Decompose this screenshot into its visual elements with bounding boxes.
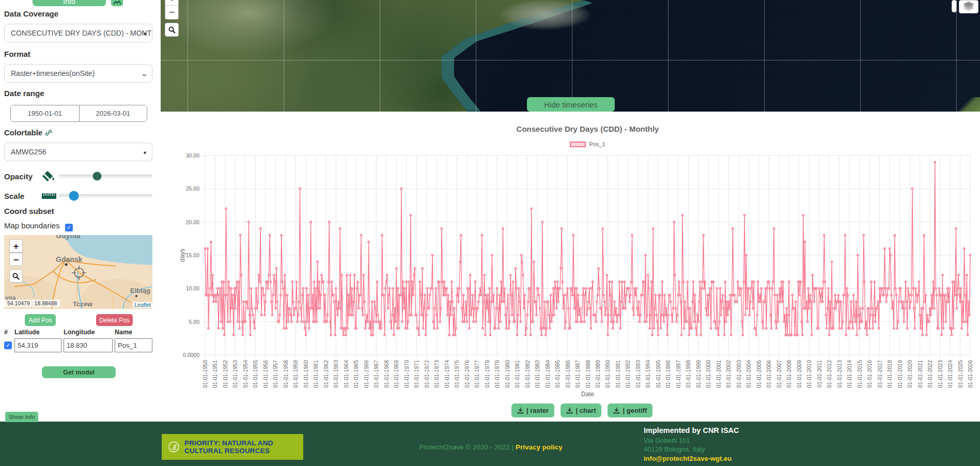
svg-text:01-01-2013: 01-01-2013 <box>836 360 843 388</box>
svg-text:01-01-1954: 01-01-1954 <box>242 360 248 388</box>
date-to-input[interactable] <box>79 105 147 121</box>
privacy-policy-link[interactable]: Privacy policy <box>516 443 563 451</box>
map-land-tip <box>950 97 980 112</box>
minimap-search-button[interactable] <box>9 269 23 283</box>
svg-text:25.00: 25.00 <box>186 185 199 192</box>
svg-text:01-01-2000: 01-01-2000 <box>705 360 711 388</box>
svg-text:01-01-1974: 01-01-1974 <box>444 360 450 388</box>
footer-copyright: Protecht2save © 2020 - 2022 | Privacy po… <box>310 443 672 451</box>
map-layers-control[interactable] <box>959 0 978 13</box>
footer: PRIORITY: NATURAL AND CULTURAL RESOURCES… <box>0 422 980 466</box>
name-input[interactable] <box>115 338 152 352</box>
opacity-slider-thumb[interactable] <box>93 172 102 181</box>
svg-text:01-01-1987: 01-01-1987 <box>574 360 581 388</box>
minimap-label-gdansk: Gdansk <box>56 255 83 263</box>
chevron-down-icon: ⌄ <box>141 70 148 77</box>
svg-text:01-01-2016: 01-01-2016 <box>866 360 873 388</box>
scale-slider[interactable] <box>59 194 152 197</box>
map-boundaries-checkbox[interactable]: ✓ <box>65 224 73 231</box>
map-image-button[interactable] <box>111 0 123 6</box>
caret-down-icon: ▼ <box>143 32 147 37</box>
svg-text:01-01-1950: 01-01-1950 <box>202 360 208 388</box>
footer-contact: Implemented by CNR ISAC Via Gobetti 101 … <box>644 426 739 462</box>
sidebar: Info Data Coverage CONSECUTIVE DRY DAYS … <box>0 0 161 422</box>
svg-text:01-01-1965: 01-01-1965 <box>353 360 359 388</box>
pos-table-header: # Latitude Longitude Name <box>4 329 152 336</box>
svg-text:01-01-1961: 01-01-1961 <box>313 360 319 388</box>
svg-text:01-01-1984: 01-01-1984 <box>545 360 551 388</box>
svg-text:01-01-2020: 01-01-2020 <box>907 360 913 388</box>
svg-text:01-01-2018: 01-01-2018 <box>886 360 893 388</box>
svg-text:01-01-2003: 01-01-2003 <box>736 360 742 388</box>
download-chart-button[interactable]: | chart <box>561 403 601 417</box>
data-coverage-label: Data Coverage <box>4 9 58 18</box>
download-geotiff-button[interactable]: | geotiff <box>608 403 652 417</box>
satellite-map[interactable]: + − Hide timeseries <box>161 0 980 112</box>
contact-email-link[interactable]: info@protecht2save-wgt.eu <box>644 455 739 462</box>
get-model-button[interactable]: Get model <box>42 366 116 378</box>
latitude-input[interactable] <box>14 338 61 352</box>
svg-text:01-01-1979: 01-01-1979 <box>494 360 500 388</box>
info-button[interactable]: Info <box>33 0 106 6</box>
svg-text:01-01-1975: 01-01-1975 <box>454 360 460 388</box>
map-search-button[interactable] <box>165 23 179 37</box>
map-control-sliver[interactable] <box>952 0 957 12</box>
coord-subset-label: Coord subset <box>4 207 54 215</box>
svg-text:01-01-2026: 01-01-2026 <box>967 360 973 388</box>
svg-text:01-01-2011: 01-01-2011 <box>816 360 822 387</box>
svg-text:01-01-1976: 01-01-1976 <box>464 360 470 388</box>
map-zoom-in-button[interactable]: + <box>165 0 178 6</box>
delete-pos-button[interactable]: Delete Pos <box>96 314 133 326</box>
opacity-label: Opacity <box>4 172 41 181</box>
opacity-slider[interactable] <box>59 175 152 178</box>
svg-text:01-01-1968: 01-01-1968 <box>383 360 390 388</box>
svg-text:01-01-2006: 01-01-2006 <box>766 360 772 388</box>
caret-down-icon: ▼ <box>143 150 147 156</box>
scale-row: Scale <box>4 189 152 203</box>
program-banner[interactable]: PRIORITY: NATURAL AND CULTURAL RESOURCES <box>162 434 303 460</box>
ruler-icon <box>41 192 59 200</box>
svg-text:01-01-2012: 01-01-2012 <box>826 360 832 388</box>
minimap[interactable]: Gdynia Gdansk Tczew Elbląg yna + − 54.10… <box>4 235 152 309</box>
download-raster-button[interactable]: | raster <box>511 403 554 417</box>
svg-text:01-01-1982: 01-01-1982 <box>524 360 531 388</box>
map-zoom-out-button[interactable]: − <box>165 6 178 19</box>
date-from-input[interactable] <box>11 105 79 121</box>
svg-text:01-01-1993: 01-01-1993 <box>635 360 641 388</box>
svg-text:01-01-1962: 01-01-1962 <box>323 360 329 388</box>
svg-text:01-01-2019: 01-01-2019 <box>897 360 903 388</box>
show-info-button[interactable]: Show Info <box>5 412 38 422</box>
minimap-zoom-in-button[interactable]: + <box>9 239 23 253</box>
map-boundaries-row: Map boundaries ✓ <box>4 221 73 231</box>
pos-row-checkbox[interactable]: ✓ <box>4 341 12 349</box>
colortable-select[interactable]: AMWG256 ▼ <box>4 143 152 161</box>
hide-timeseries-button[interactable]: Hide timeseries <box>527 97 615 112</box>
scale-slider-thumb[interactable] <box>69 191 79 201</box>
longitude-input[interactable] <box>64 338 113 352</box>
svg-text:01-01-1972: 01-01-1972 <box>424 360 430 388</box>
data-coverage-select[interactable]: CONSECUTIVE DRY DAYS (CDD) - MONTHLY ▼ <box>4 24 152 42</box>
svg-text:0.0000: 0.0000 <box>183 352 199 358</box>
minimap-zoom-out-button[interactable]: − <box>9 253 23 266</box>
format-select[interactable]: Raster+timeseries(onSite) ⌄ <box>4 64 152 83</box>
image-icon <box>113 0 121 5</box>
leaflet-attribution[interactable]: Leaflet <box>133 302 152 308</box>
add-pos-button[interactable]: Add Pos <box>25 314 56 326</box>
map-zoom-control: + − <box>165 0 179 20</box>
download-icon <box>517 407 524 414</box>
svg-text:01-01-1970: 01-01-1970 <box>403 360 410 388</box>
svg-text:01-01-1999: 01-01-1999 <box>695 360 702 388</box>
svg-text:01-01-1992: 01-01-1992 <box>625 360 631 388</box>
search-icon <box>168 26 176 34</box>
svg-text:01-01-1988: 01-01-1988 <box>585 360 591 388</box>
svg-text:10.00: 10.00 <box>186 285 199 291</box>
svg-text:5.00: 5.00 <box>189 319 200 325</box>
svg-text:01-01-2008: 01-01-2008 <box>786 360 792 388</box>
download-buttons: | raster | chart | geotiff <box>511 403 652 417</box>
svg-text:01-01-1983: 01-01-1983 <box>534 360 540 388</box>
sprout-hand-icon <box>168 438 180 456</box>
svg-text:01-01-1953: 01-01-1953 <box>232 360 238 388</box>
svg-text:01-01-1991: 01-01-1991 <box>615 360 621 388</box>
date-range-group <box>10 105 147 122</box>
link-icon[interactable] <box>44 129 53 136</box>
